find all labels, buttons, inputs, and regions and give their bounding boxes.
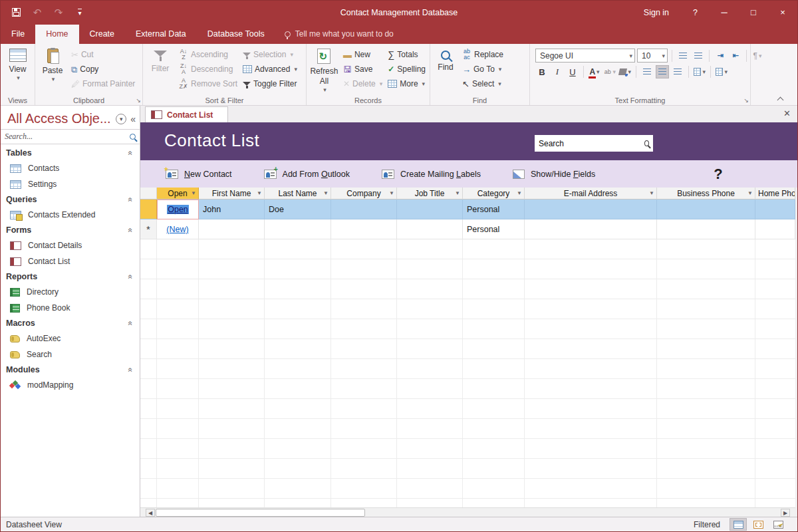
column-header-email[interactable]: E-mail Address▼	[525, 188, 657, 200]
tab-create[interactable]: Create	[79, 25, 126, 44]
font-name-combo[interactable]: Segoe UI	[535, 49, 635, 63]
help-button[interactable]: ?	[681, 1, 710, 24]
column-header-open[interactable]: Open▼	[157, 188, 199, 200]
highlight-color-button[interactable]: ab	[603, 65, 616, 78]
nav-item-search[interactable]: Search	[1, 346, 140, 362]
nav-item-contact-details[interactable]: Contact Details	[1, 237, 140, 253]
alternate-row-color-button[interactable]	[715, 65, 728, 78]
nav-item-contacts[interactable]: Contacts	[1, 160, 140, 176]
nav-item-contacts-extended[interactable]: Contacts Extended	[1, 207, 140, 223]
column-dropdown-icon[interactable]: ▼	[455, 190, 460, 196]
ascending-button[interactable]: A↓ZAscending	[176, 47, 240, 62]
filter-button[interactable]: Filter	[144, 46, 176, 94]
selection-button[interactable]: Selection	[240, 47, 300, 62]
replace-button[interactable]: abacReplace	[460, 47, 506, 62]
column-dropdown-icon[interactable]: ▼	[323, 190, 329, 196]
clipboard-dialog-launcher[interactable]: ↘	[136, 97, 141, 104]
sign-in-button[interactable]: Sign in	[632, 1, 681, 24]
close-tab-icon[interactable]: ✕	[783, 108, 791, 118]
underline-button[interactable]: U	[566, 65, 579, 78]
cell-email[interactable]	[525, 219, 657, 239]
scroll-right-arrow[interactable]: ▶	[781, 509, 790, 517]
nav-section-queries[interactable]: Queries«	[1, 192, 140, 207]
layout-view-button[interactable]	[749, 518, 767, 531]
tell-me-box[interactable]: Tell me what you want to do	[275, 25, 403, 44]
column-dropdown-icon[interactable]: ▼	[257, 190, 262, 196]
nav-section-macros[interactable]: Macros«	[1, 316, 140, 331]
column-header-business-phone[interactable]: Business Phone▼	[657, 188, 755, 200]
column-dropdown-icon[interactable]: ▼	[747, 190, 753, 196]
column-header-first-name[interactable]: First Name▼	[199, 188, 265, 200]
more-button[interactable]: More	[385, 76, 428, 91]
customize-qat-button[interactable]: ▾	[74, 7, 86, 19]
nav-section-forms[interactable]: Forms«	[1, 223, 140, 237]
column-header-home-phone[interactable]: Home Phone	[755, 188, 795, 200]
numbering-button[interactable]	[692, 49, 705, 63]
tab-file[interactable]: File	[1, 25, 35, 44]
cell-job-title[interactable]	[397, 219, 463, 239]
column-dropdown-icon[interactable]: ▼	[517, 190, 522, 196]
filtered-indicator[interactable]: Filtered	[694, 520, 720, 529]
refresh-all-button[interactable]: Refresh All	[308, 46, 340, 94]
nav-item-autoexec[interactable]: AutoExec	[1, 331, 140, 346]
search-icon[interactable]	[644, 140, 649, 146]
cell-company[interactable]	[331, 219, 397, 239]
nav-item-modmapping[interactable]: modMapping	[1, 377, 140, 393]
cell-last-name[interactable]: Doe	[265, 200, 331, 219]
close-button[interactable]: ×	[768, 1, 797, 24]
nav-section-reports[interactable]: Reports«	[1, 269, 140, 284]
remove-sort-button[interactable]: AZ✗Remove Sort	[176, 76, 240, 91]
font-color-button[interactable]: A	[588, 65, 601, 78]
align-left-button[interactable]	[640, 65, 654, 78]
shutter-bar-close-button[interactable]: «	[130, 114, 136, 124]
find-button[interactable]: Find	[432, 46, 460, 94]
align-right-button[interactable]	[671, 65, 684, 78]
save-record-button[interactable]: 🖫Save	[340, 62, 385, 76]
minimize-button[interactable]: ─	[710, 1, 739, 24]
column-dropdown-icon[interactable]: ▼	[389, 190, 394, 196]
scroll-left-arrow[interactable]: ◀	[146, 509, 155, 517]
nav-section-tables[interactable]: Tables«	[1, 146, 140, 160]
cell-category[interactable]: Personal	[463, 200, 525, 219]
toggle-filter-button[interactable]: Toggle Filter	[240, 76, 300, 91]
tab-external-data[interactable]: External Data	[125, 25, 197, 44]
nav-item-settings[interactable]: Settings	[1, 176, 140, 192]
italic-button[interactable]: I	[551, 65, 564, 78]
tab-database-tools[interactable]: Database Tools	[197, 25, 275, 44]
nav-pane-menu-button[interactable]: ▾	[116, 114, 126, 124]
show-hide-fields-button[interactable]: Show/Hide Fields	[513, 170, 595, 179]
nav-item-phone-book[interactable]: Phone Book	[1, 300, 140, 316]
paste-button[interactable]: Paste	[37, 46, 68, 94]
cell-first-name[interactable]: John	[199, 200, 265, 219]
create-mailing-labels-button[interactable]: Create Mailing Labels	[382, 170, 481, 179]
form-search-input[interactable]	[539, 139, 642, 148]
cell-business-phone[interactable]	[657, 219, 755, 239]
delete-record-button[interactable]: ✕Delete	[340, 76, 385, 91]
select-button[interactable]: ↖Select	[460, 76, 506, 91]
bold-button[interactable]: B	[535, 65, 549, 78]
copy-button[interactable]: ⧉Copy	[68, 62, 138, 76]
format-painter-button[interactable]: 🖉Format Painter	[68, 76, 138, 91]
increase-indent-button[interactable]: ⇥	[714, 49, 727, 63]
scrollbar-thumb[interactable]	[156, 509, 365, 517]
new-contact-button[interactable]: New Contact	[166, 170, 232, 179]
cell-business-phone[interactable]	[657, 200, 755, 219]
advanced-button[interactable]: Advanced	[240, 62, 300, 76]
datasheet-view-button[interactable]	[730, 518, 747, 531]
nav-pane-title[interactable]: All Access Obje...	[7, 111, 116, 126]
nav-item-contact-list[interactable]: Contact List	[1, 253, 140, 269]
cell-job-title[interactable]	[397, 200, 463, 219]
cell-home-phone[interactable]	[755, 219, 795, 239]
new-record-button[interactable]: ▬New	[340, 47, 385, 62]
cell-home-phone[interactable]	[755, 200, 795, 219]
column-header-company[interactable]: Company▼	[331, 188, 397, 200]
column-header-category[interactable]: Category▼	[463, 188, 525, 200]
nav-section-modules[interactable]: Modules«	[1, 362, 140, 377]
background-color-button[interactable]	[618, 65, 632, 78]
design-view-button[interactable]	[769, 518, 787, 531]
add-from-outlook-button[interactable]: + Add From Outlook	[264, 170, 350, 179]
search-icon[interactable]	[130, 134, 136, 140]
paragraph-direction-button[interactable]: ¶	[751, 49, 764, 63]
cell-last-name[interactable]	[265, 219, 331, 239]
font-size-combo[interactable]: 10	[637, 49, 668, 63]
